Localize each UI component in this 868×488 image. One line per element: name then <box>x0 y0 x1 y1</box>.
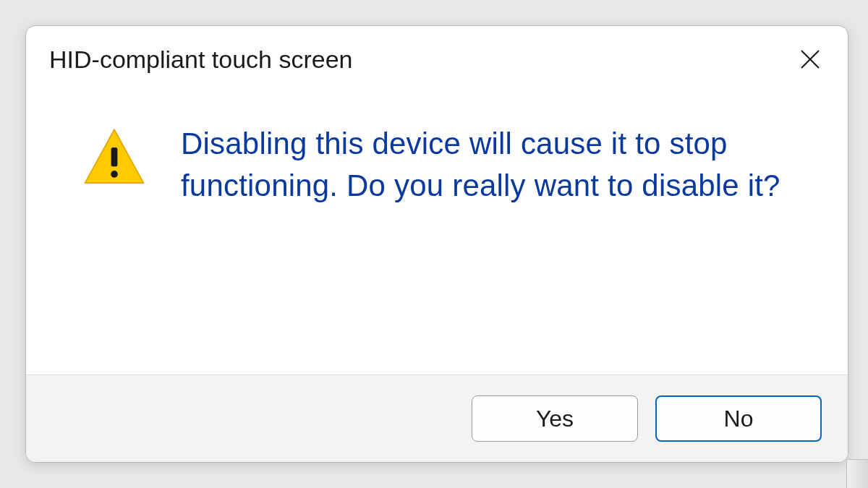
dialog-titlebar: HID-compliant touch screen <box>26 26 848 85</box>
close-button[interactable] <box>793 42 827 77</box>
dialog-content: Disabling this device will cause it to s… <box>26 85 848 374</box>
背景-scrollbar-fragment <box>846 459 868 488</box>
svg-point-4 <box>111 171 118 178</box>
dialog-title: HID-compliant touch screen <box>49 46 353 74</box>
yes-button[interactable]: Yes <box>472 395 638 442</box>
confirmation-dialog: HID-compliant touch screen Disabling thi… <box>25 25 848 463</box>
no-button[interactable]: No <box>655 395 822 442</box>
svg-rect-3 <box>111 147 118 166</box>
warning-icon <box>82 126 146 189</box>
close-icon <box>799 48 822 71</box>
dialog-message: Disabling this device will cause it to s… <box>181 123 804 207</box>
dialog-button-row: Yes No <box>26 374 848 462</box>
